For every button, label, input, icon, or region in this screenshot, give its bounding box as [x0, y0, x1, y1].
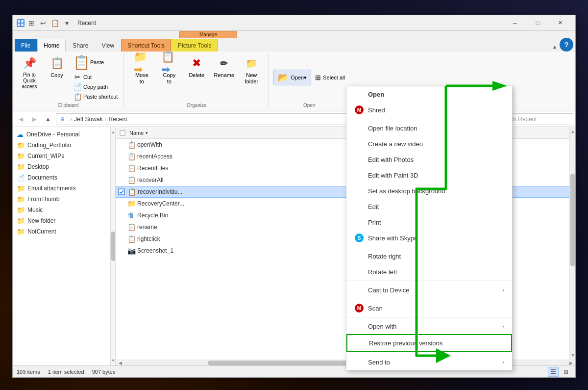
- ctx-open[interactable]: Open: [346, 86, 512, 102]
- ctx-open-with[interactable]: Open with ›: [346, 318, 512, 334]
- tab-picture-tools[interactable]: Picture Tools: [172, 39, 218, 52]
- ctx-shred[interactable]: M Shred: [346, 102, 512, 118]
- sidebar-scroll-up[interactable]: ▲: [111, 128, 115, 136]
- ctx-cast-icon: [354, 285, 364, 295]
- tab-share[interactable]: Share: [66, 39, 95, 52]
- qa-undo-icon[interactable]: ↩: [38, 18, 48, 28]
- tab-view[interactable]: View: [95, 39, 121, 52]
- up-button[interactable]: ▲: [42, 113, 54, 125]
- svg-rect-2: [18, 24, 20, 26]
- scroll-down-btn[interactable]: ▼: [571, 352, 575, 359]
- ctx-scan-label: Scan: [368, 305, 504, 312]
- ctx-desktop-bg-icon: [354, 186, 364, 196]
- path-current: Recent: [108, 116, 127, 123]
- delete-icon: ✖: [189, 55, 204, 71]
- paste-button[interactable]: 📋 Paste: [72, 53, 120, 71]
- ctx-edit-photos[interactable]: Edit with Photos: [346, 152, 512, 167]
- close-button[interactable]: ✕: [549, 15, 571, 31]
- move-to-button[interactable]: 📁➡ Move to: [129, 53, 154, 87]
- paste-shortcut-button[interactable]: 📋 Paste shortcut: [72, 92, 120, 102]
- copy-to-button[interactable]: 📋➡ Copy to: [156, 53, 182, 87]
- sidebar-label-onedrive: OneDrive - Personal: [26, 131, 80, 138]
- sidebar-scroll-down[interactable]: ▼: [111, 357, 115, 364]
- scroll-up-btn[interactable]: ▲: [571, 128, 575, 135]
- details-view-button[interactable]: ☰: [548, 367, 559, 377]
- sidebar-item-notcurrent[interactable]: 📁 NotCurrent: [13, 226, 110, 237]
- ctx-rotate-right-label: Rotate right: [368, 253, 504, 260]
- qa-custom-icon[interactable]: 📋: [50, 18, 60, 28]
- scrollbar-thumb[interactable]: [570, 174, 575, 267]
- open-buttons: 📂 Open▾ ⊞ Select all: [273, 53, 345, 102]
- ctx-print[interactable]: Print: [346, 214, 512, 230]
- ctx-open-file-location[interactable]: Open file location: [346, 120, 512, 136]
- sidebar-item-documents[interactable]: 📄 Documents: [13, 172, 110, 183]
- file-type-icon: 📁: [127, 200, 135, 208]
- sidebar-item-desktop[interactable]: 📁 Desktop: [13, 161, 110, 172]
- svg-rect-0: [18, 20, 20, 23]
- column-name-header[interactable]: Name ▾: [127, 130, 225, 136]
- ctx-rotate-left[interactable]: Rotate left: [346, 264, 512, 280]
- pin-quick-access-button[interactable]: 📌 Pin to Quick access: [17, 53, 42, 92]
- forward-button[interactable]: ▶: [28, 113, 40, 125]
- scroll-left-btn[interactable]: ◀: [117, 361, 123, 365]
- ctx-edit-icon: [354, 202, 364, 211]
- ctx-edit[interactable]: Edit: [346, 199, 512, 214]
- svg-rect-1: [21, 20, 24, 23]
- tab-shortcut-tools[interactable]: Shortcut Tools: [121, 39, 171, 52]
- new-folder-button[interactable]: 📁 New folder: [239, 53, 264, 87]
- sidebar-item-wips[interactable]: 📁 Current_WIPs: [13, 151, 110, 161]
- tab-file[interactable]: File: [15, 39, 37, 52]
- qa-properties-icon[interactable]: ⊞: [26, 18, 36, 28]
- copy-button[interactable]: 📋 Copy: [44, 53, 70, 83]
- cut-button[interactable]: ✂ Cut: [72, 72, 120, 82]
- ctx-rotate-right[interactable]: Rotate right: [346, 248, 512, 264]
- sidebar-item-music[interactable]: 📁 Music: [13, 205, 110, 215]
- delete-button[interactable]: ✖ Delete: [184, 53, 209, 83]
- quick-access-toolbar: ⊞ ↩ 📋 ▾: [26, 18, 72, 28]
- file-type-icon: 📋: [128, 188, 136, 196]
- minimize-button[interactable]: ─: [504, 15, 526, 31]
- select-all-button[interactable]: ⊞ Select all: [315, 74, 345, 81]
- ctx-sep1: [346, 119, 512, 119]
- qa-dropdown-icon[interactable]: ▾: [62, 18, 72, 28]
- ctx-share-skype[interactable]: S Share with Skype: [346, 230, 512, 246]
- ribbon-group-open: 📂 Open▾ ⊞ Select all Open: [271, 53, 349, 109]
- ctx-set-desktop-bg[interactable]: Set as desktop background: [346, 183, 512, 199]
- ctx-edit-paint3d[interactable]: Edit with Paint 3D: [346, 167, 512, 183]
- ctx-scan[interactable]: M Scan: [346, 300, 512, 316]
- large-icons-view-button[interactable]: ⊞: [561, 367, 571, 377]
- ctx-restore-versions[interactable]: Restore previous versions: [346, 334, 512, 352]
- sidebar-item-fromthumb[interactable]: 📁 FromThumb: [13, 194, 110, 205]
- sidebar-label-new: New folder: [27, 217, 55, 224]
- ctx-create-video[interactable]: Create a new video: [346, 136, 512, 152]
- sidebar-label-documents: Documents: [27, 174, 57, 181]
- ribbon-collapse-button[interactable]: ▲: [550, 42, 560, 52]
- window-title: Recent: [77, 20, 96, 26]
- back-button[interactable]: ◀: [15, 113, 26, 125]
- maximize-button[interactable]: □: [526, 15, 549, 31]
- ctx-edit-label: Edit: [368, 203, 504, 210]
- ctx-open-with-icon: [354, 321, 364, 331]
- row-checkbox-checked[interactable]: [118, 188, 126, 195]
- tab-home[interactable]: Home: [37, 39, 66, 52]
- sidebar-item-email[interactable]: 📁 Email attachments: [13, 183, 110, 194]
- scroll-right-btn[interactable]: ▶: [567, 361, 574, 365]
- ctx-sep3: [346, 281, 512, 281]
- ctx-cast[interactable]: Cast to Device ›: [346, 282, 512, 298]
- copy-path-button[interactable]: 📄 Copy path: [72, 82, 120, 92]
- ctx-send-to[interactable]: Send to ›: [346, 354, 512, 370]
- rename-button[interactable]: ✏ Rename: [211, 53, 237, 83]
- ctx-sep5: [346, 317, 512, 317]
- open-button[interactable]: 📂 Open▾: [273, 70, 311, 85]
- sidebar-item-onedrive[interactable]: ☁ OneDrive - Personal: [13, 129, 110, 140]
- ctx-open-label: Open: [368, 91, 504, 98]
- sidebar-item-new-folder[interactable]: 📁 New folder: [13, 215, 110, 226]
- sidebar-scrollbar[interactable]: ▲ ▼: [111, 127, 116, 365]
- file-list-scrollbar[interactable]: ▲ ▼: [569, 127, 575, 360]
- ctx-sep6: [346, 353, 512, 353]
- clipboard-small-buttons: ✂ Cut 📄 Copy path 📋 Paste shortcut: [72, 72, 120, 102]
- select-all-checkbox[interactable]: [118, 128, 127, 138]
- help-button[interactable]: ?: [560, 38, 573, 52]
- sidebar-item-coding[interactable]: 📁 Coding_Portfolio: [13, 140, 110, 151]
- folder-icon-music: 📁: [17, 206, 24, 214]
